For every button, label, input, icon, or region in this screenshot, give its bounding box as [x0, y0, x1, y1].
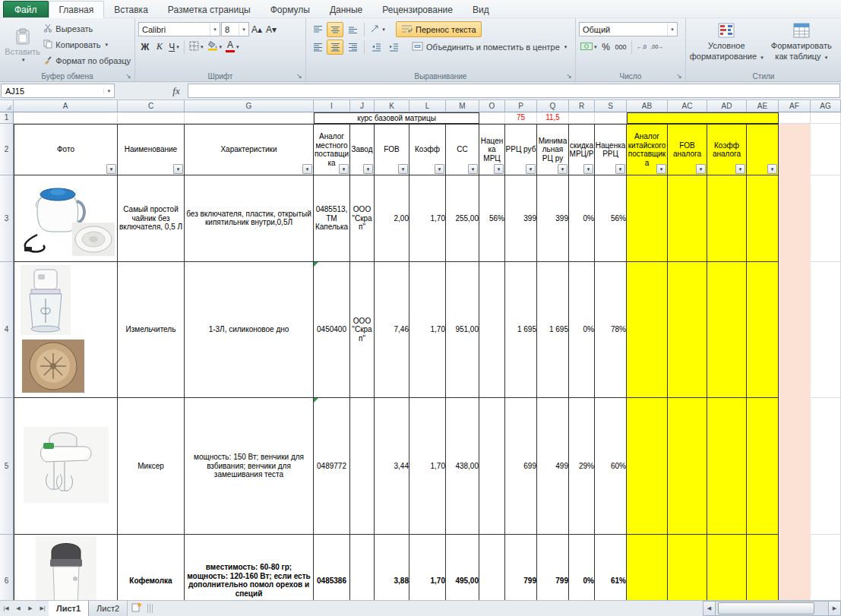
cell-markup-rrc-row6[interactable]: 61%	[595, 535, 627, 600]
filter-button-china-analog[interactable]: ▾	[656, 164, 666, 174]
row-header-1[interactable]: 1	[0, 112, 14, 124]
cell-china-analog-row4[interactable]	[668, 262, 707, 399]
cell-discount-row5[interactable]: 29%	[569, 398, 595, 535]
col-header-I[interactable]: I	[314, 100, 350, 112]
font-name-dropdown-arrow[interactable]: ▾	[210, 23, 220, 36]
cell-china-analog-row6[interactable]	[747, 535, 779, 600]
cell-cc-row6[interactable]: 495,00	[446, 535, 479, 600]
cell-factory-row6[interactable]	[350, 535, 375, 600]
filter-button-factory[interactable]: ▾	[363, 164, 373, 174]
previous-sheet-button[interactable]: ◀	[12, 601, 24, 616]
col-header-R[interactable]: R	[569, 100, 595, 112]
cell-course-title[interactable]: курс базовой матрицы	[314, 112, 479, 124]
cell-china-analog-row6[interactable]	[707, 535, 747, 600]
cell-local-analog-row3[interactable]: 0485513, ТМ Капелька	[314, 175, 350, 262]
empty-cell[interactable]	[779, 535, 811, 600]
align-top-button[interactable]	[309, 22, 326, 37]
col-header-AG[interactable]: AG	[811, 100, 841, 112]
cell-fob-row5[interactable]: 3,44	[375, 398, 409, 535]
percent-style-button[interactable]: %	[599, 39, 613, 55]
merge-center-button[interactable]: Объединить и поместить в центре ▾	[409, 39, 570, 55]
header-photo[interactable]: Фото▾	[14, 124, 118, 175]
align-middle-button[interactable]	[327, 22, 343, 37]
header-specs[interactable]: Характеристики▾	[185, 124, 314, 175]
format-painter-button[interactable]: Формат по образцу	[42, 52, 132, 68]
cell-china-analog-row5[interactable]	[747, 398, 779, 535]
wrap-text-button[interactable]: Перенос текста	[396, 21, 482, 37]
cell-factory-row4[interactable]: ООО "Скрап"	[350, 262, 375, 399]
empty-cell[interactable]	[811, 262, 841, 399]
cell-rate-usd[interactable]: 75	[505, 112, 537, 124]
filter-button-ae[interactable]: ▾	[767, 164, 777, 174]
conditional-formatting-button[interactable]: Условное форматирование ▾	[689, 21, 764, 62]
ribbon-tab-5[interactable]: Данные	[320, 2, 372, 17]
cell-rrc-row4[interactable]: 1 695	[505, 262, 537, 399]
cell-name-row4[interactable]: Измельчитель	[118, 262, 185, 399]
cell-local-analog-row4[interactable]: 0450400	[314, 262, 350, 399]
bold-button[interactable]: Ж	[138, 39, 152, 55]
col-header-AE[interactable]: AE	[747, 100, 779, 112]
empty-cell[interactable]	[779, 398, 811, 535]
decrease-decimal-button[interactable]: ,00→	[650, 39, 666, 55]
row-header-4[interactable]: 4	[0, 262, 14, 399]
header-min-rc[interactable]: Минимальная РЦ ру▾	[537, 124, 569, 175]
col-header-O[interactable]: O	[479, 100, 505, 112]
cell-name-row5[interactable]: Миксер	[118, 398, 185, 535]
cell-china-analog-row6[interactable]	[668, 535, 707, 600]
header-coeff[interactable]: Коэфф▾	[409, 124, 446, 175]
header-fob-analog[interactable]: FOB аналога▾	[668, 124, 707, 175]
cell-discount-row6[interactable]: 0%	[569, 535, 595, 600]
underline-button[interactable]: Ч ▾	[167, 39, 181, 55]
filter-button-markup-rrc[interactable]: ▾	[615, 164, 625, 174]
hscroll-right-arrow[interactable]: ▶	[828, 601, 841, 616]
cell-rrc-row5[interactable]: 699	[505, 398, 537, 535]
header-local-analog[interactable]: Аналог местного поставщика▾	[314, 124, 350, 175]
cell-china-analog-row5[interactable]	[707, 398, 747, 535]
empty-cell[interactable]	[811, 398, 841, 535]
italic-button[interactable]: К	[153, 39, 166, 55]
cell-coeff-row4[interactable]: 1,70	[409, 262, 446, 399]
cell-name-row6[interactable]: Кофемолка	[118, 535, 185, 600]
insert-sheet-button[interactable]	[128, 601, 146, 616]
cell-cc-row4[interactable]: 951,00	[446, 262, 479, 399]
filter-button-rrc[interactable]: ▾	[526, 164, 536, 174]
photo-mixer[interactable]	[14, 398, 118, 535]
hscroll-thumb[interactable]	[718, 602, 814, 614]
font-name-select[interactable]: Calibri ▾	[138, 22, 220, 36]
ribbon-tab-4[interactable]: Формулы	[261, 2, 320, 17]
row-header-6[interactable]: 6	[0, 535, 14, 600]
fill-color-button[interactable]: ▾	[206, 39, 224, 55]
header-factory[interactable]: Завод▾	[350, 124, 375, 175]
paste-dropdown-arrow[interactable]: ▾	[22, 57, 25, 63]
empty-cell[interactable]	[569, 112, 595, 124]
cell-local-analog-row6[interactable]: 0485386	[314, 535, 350, 600]
cell-local-analog-row5[interactable]: 0489772	[314, 398, 350, 535]
align-bottom-button[interactable]	[344, 22, 361, 37]
photo-chopper[interactable]	[14, 262, 118, 399]
cell-markup-rrc-row4[interactable]: 78%	[595, 262, 627, 399]
copy-dropdown-arrow[interactable]: ▾	[106, 42, 109, 48]
col-header-K[interactable]: K	[375, 100, 409, 112]
filter-button-discount[interactable]: ▾	[583, 164, 593, 174]
cell-min-rc-row4[interactable]: 1 695	[537, 262, 569, 399]
empty-cell[interactable]	[779, 262, 811, 399]
cell-cc-row3[interactable]: 255,00	[446, 175, 479, 262]
paste-button[interactable]: Вставить ▾	[3, 21, 42, 68]
orientation-button[interactable]: ▾	[368, 22, 387, 37]
header-name[interactable]: Наименование▾	[118, 124, 185, 175]
font-color-button[interactable]: А ▾	[224, 39, 241, 55]
empty-cell[interactable]	[811, 112, 841, 124]
cell-coeff-row3[interactable]: 1,70	[409, 175, 446, 262]
col-header-AB[interactable]: AB	[627, 100, 668, 112]
align-left-button[interactable]	[309, 39, 326, 55]
decrease-indent-button[interactable]	[368, 39, 384, 55]
header-china-analog[interactable]: Аналог китайского поставщика▾	[627, 124, 668, 175]
cell-discount-row4[interactable]: 0%	[569, 262, 595, 399]
header-fob[interactable]: FOB▾	[375, 124, 409, 175]
insert-function-button[interactable]: fx	[165, 85, 188, 97]
photo-grinder[interactable]	[14, 535, 118, 600]
header-ae-empty[interactable]: ▾	[747, 124, 779, 175]
ribbon-tab-7[interactable]: Вид	[463, 2, 499, 17]
filter-button-coeff[interactable]: ▾	[435, 164, 444, 174]
empty-cell[interactable]	[185, 112, 314, 124]
